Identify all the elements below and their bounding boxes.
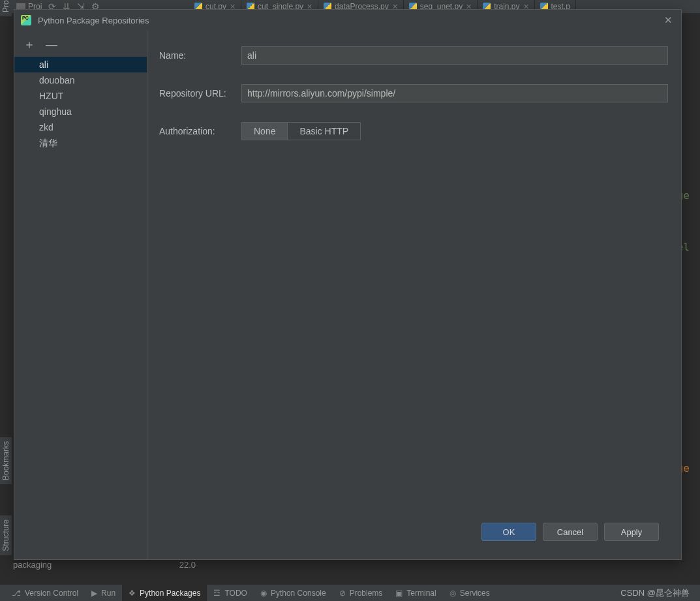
repo-item-zkd[interactable]: zkd (14, 119, 147, 135)
toolwindow-bookmarks[interactable]: Bookmarks (0, 437, 12, 484)
dialog-title: Python Package Repositories (38, 16, 655, 25)
statusbar: ⎇ Version Control ▶ Run ❖ Python Package… (0, 584, 700, 601)
url-input[interactable] (241, 84, 668, 102)
auth-basic-button[interactable]: Basic HTTP (287, 123, 360, 140)
ok-button[interactable]: OK (481, 523, 536, 541)
repo-item-tsinghua[interactable]: 清华 (14, 135, 147, 152)
package-row[interactable]: packaging 22.0 (13, 560, 196, 570)
dialog-titlebar: Python Package Repositories ✕ (14, 10, 681, 31)
sb-python-console[interactable]: ◉ Python Console (254, 585, 333, 601)
close-icon[interactable]: ✕ (662, 14, 675, 26)
sb-version-control[interactable]: ⎇ Version Control (5, 585, 85, 601)
add-button[interactable]: ＋ (23, 39, 35, 50)
toolwindow-structure[interactable]: Structure (0, 516, 12, 555)
remove-button[interactable]: — (46, 39, 57, 50)
repo-item-hzut[interactable]: HZUT (14, 88, 147, 104)
app-icon (21, 15, 31, 25)
sb-services[interactable]: ◎ Services (443, 585, 496, 601)
repositories-dialog: Python Package Repositories ✕ ＋ — ali do… (14, 9, 682, 560)
warning-icon: ⊘ (339, 589, 346, 598)
auth-segmented: None Basic HTTP (241, 122, 361, 140)
apply-button[interactable]: Apply (604, 523, 659, 541)
cancel-button[interactable]: Cancel (543, 523, 598, 541)
services-icon: ◎ (449, 589, 456, 598)
repo-detail-panel: Name: Repository URL: Authorization: Non… (147, 31, 681, 559)
branch-icon: ⎇ (12, 589, 21, 598)
repo-item-douoban[interactable]: douoban (14, 72, 147, 88)
list-icon: ☲ (213, 589, 221, 598)
url-label: Repository URL: (159, 88, 241, 99)
terminal-icon: ▣ (395, 589, 403, 598)
sb-run[interactable]: ▶ Run (85, 585, 122, 601)
package-name: packaging (13, 560, 179, 570)
sb-problems[interactable]: ⊘ Problems (333, 585, 389, 601)
repo-list-panel: ＋ — ali douoban HZUT qinghua zkd 清华 (14, 31, 147, 559)
package-version: 22.0 (179, 560, 196, 570)
watermark: CSDN @昆仑神兽 (620, 587, 695, 599)
auth-none-button[interactable]: None (242, 123, 287, 140)
repo-item-ali[interactable]: ali (14, 57, 147, 72)
sb-todo[interactable]: ☲ TODO (207, 585, 253, 601)
name-label: Name: (159, 50, 241, 61)
sb-python-packages[interactable]: ❖ Python Packages (122, 585, 207, 601)
packages-icon: ❖ (129, 589, 136, 598)
sb-terminal[interactable]: ▣ Terminal (389, 585, 442, 601)
auth-label: Authorization: (159, 126, 241, 136)
python-icon: ◉ (260, 589, 267, 598)
name-input[interactable] (241, 46, 668, 65)
play-icon: ▶ (91, 589, 97, 598)
repo-item-qinghua[interactable]: qinghua (14, 104, 147, 119)
